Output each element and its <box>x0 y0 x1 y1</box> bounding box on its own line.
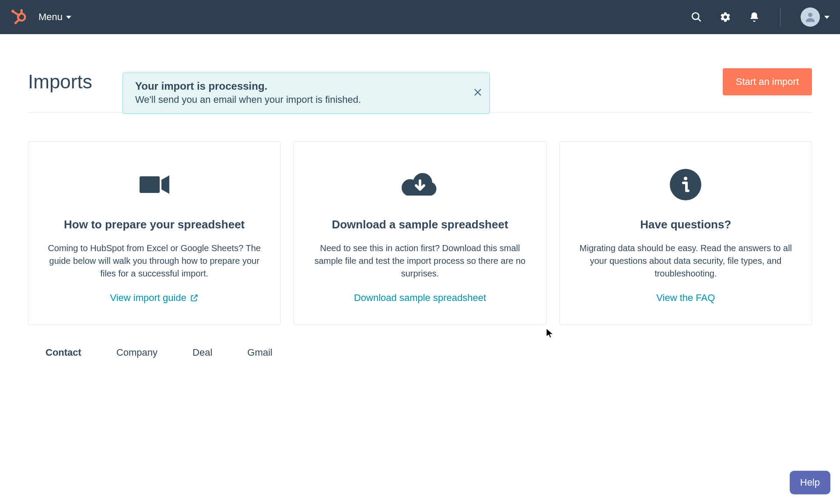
help-cards: How to prepare your spreadsheet Coming t… <box>28 141 812 325</box>
close-icon[interactable] <box>473 88 483 99</box>
card-title: Download a sample spreadsheet <box>332 217 508 232</box>
search-icon[interactable] <box>691 11 702 23</box>
svg-marker-13 <box>161 175 169 194</box>
card-prepare-spreadsheet: How to prepare your spreadsheet Coming t… <box>28 141 280 325</box>
card-desc: Need to see this in action first? Downlo… <box>313 242 526 280</box>
card-title: Have questions? <box>640 217 731 232</box>
menu-label: Menu <box>38 11 63 23</box>
svg-point-9 <box>808 13 812 17</box>
svg-rect-12 <box>140 176 160 193</box>
cloud-download-icon <box>398 168 442 201</box>
info-icon <box>669 168 702 201</box>
settings-gear-icon[interactable] <box>720 11 731 23</box>
notifications-bell-icon[interactable] <box>749 11 760 23</box>
card-title: How to prepare your spreadsheet <box>64 217 245 232</box>
menu-dropdown[interactable]: Menu <box>38 11 71 23</box>
view-faq-link[interactable]: View the FAQ <box>656 292 715 304</box>
page-body: Your import is processing. We'll send yo… <box>0 34 840 363</box>
avatar <box>801 7 820 27</box>
card-sample-spreadsheet: Download a sample spreadsheet Need to se… <box>294 141 546 325</box>
help-button[interactable]: Help <box>790 471 830 494</box>
tab-contact[interactable]: Contact <box>46 347 81 363</box>
external-link-icon <box>190 294 199 302</box>
alert-title: Your import is processing. <box>135 80 465 92</box>
hubspot-logo[interactable] <box>10 9 26 25</box>
card-desc: Coming to HubSpot from Excel or Google S… <box>48 242 261 280</box>
chevron-down-icon <box>66 16 71 19</box>
top-nav: Menu <box>0 0 840 34</box>
tab-gmail[interactable]: Gmail <box>247 347 272 363</box>
svg-point-6 <box>14 22 17 24</box>
account-menu[interactable] <box>801 7 830 27</box>
processing-alert: Your import is processing. We'll send yo… <box>122 73 490 114</box>
tabs: Contact Company Deal Gmail <box>28 325 812 363</box>
chevron-down-icon <box>824 16 830 19</box>
svg-point-4 <box>11 10 14 12</box>
svg-point-15 <box>684 177 687 180</box>
card-link-label: Download sample spreadsheet <box>354 292 486 304</box>
card-desc: Migrating data should be easy. Read the … <box>579 242 792 280</box>
download-sample-link[interactable]: Download sample spreadsheet <box>354 292 486 304</box>
card-link-label: View import guide <box>110 292 186 304</box>
start-import-button[interactable]: Start an import <box>723 68 812 95</box>
card-faq: Have questions? Migrating data should be… <box>560 141 812 325</box>
nav-right <box>691 7 830 27</box>
alert-subtitle: We'll send you an email when your import… <box>135 94 465 105</box>
svg-point-7 <box>692 13 699 19</box>
svg-line-8 <box>698 18 701 21</box>
nav-divider <box>780 7 780 27</box>
svg-point-5 <box>21 9 23 11</box>
page-title: Imports <box>28 71 92 93</box>
view-import-guide-link[interactable]: View import guide <box>110 292 198 304</box>
video-camera-icon <box>137 168 172 201</box>
card-link-label: View the FAQ <box>656 292 715 304</box>
nav-left: Menu <box>10 9 71 25</box>
tab-deal[interactable]: Deal <box>192 347 212 363</box>
tab-company[interactable]: Company <box>116 347 158 363</box>
